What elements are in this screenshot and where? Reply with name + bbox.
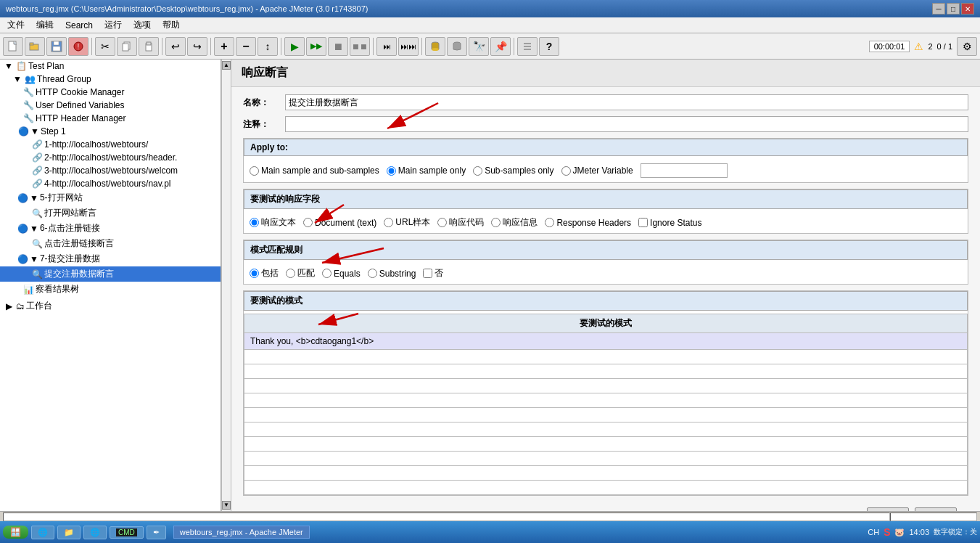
redo-btn[interactable]: ↪ xyxy=(187,37,207,56)
cut-btn[interactable]: ✂ xyxy=(95,37,115,56)
tree-group5[interactable]: 🔵 ▼ 5-打开网站 xyxy=(0,190,221,205)
tree-header-manager[interactable]: 🔧 HTTP Header Manager xyxy=(0,112,221,125)
shuriken-btn[interactable]: ! xyxy=(68,37,88,56)
tree-request1[interactable]: 🔗 1-http://localhost/webtours/ xyxy=(0,138,221,151)
settings-btn[interactable]: ⚙ xyxy=(957,37,977,56)
response-options: 响应文本 Document (text) URL样本 xyxy=(244,212,968,233)
empty-row4 xyxy=(244,393,968,408)
apply-jmeter-var[interactable]: JMeter Variable xyxy=(561,166,633,176)
taskbar-cmd[interactable]: CMD xyxy=(110,526,144,539)
close-btn[interactable]: ✕ xyxy=(961,3,974,15)
resp-url[interactable]: URL样本 xyxy=(384,216,430,229)
table-row[interactable]: Thank you, <b>cdtaogang1</b> xyxy=(244,333,968,350)
add-btn[interactable]: + xyxy=(214,37,234,56)
resp-code[interactable]: 响应代码 xyxy=(437,216,484,229)
delete-button[interactable]: 删除 xyxy=(915,507,957,511)
stop-btn[interactable]: ⏹ xyxy=(328,37,348,56)
pin-btn[interactable]: 📌 xyxy=(490,37,511,56)
svg-point-13 xyxy=(432,48,439,51)
apply-sub-only[interactable]: Sub-samples only xyxy=(473,166,553,176)
menu-run[interactable]: 运行 xyxy=(100,17,126,33)
menu-file[interactable]: 文件 xyxy=(3,17,29,33)
response-field-header: 要测试的响应字段 xyxy=(244,189,968,209)
sidebar-scrollbar[interactable]: ▲ ▼ xyxy=(221,60,231,511)
tree-user-vars[interactable]: 🔧 User Defined Variables xyxy=(0,99,221,112)
start-button[interactable]: 🪟 xyxy=(3,526,28,539)
paste-btn[interactable] xyxy=(139,37,159,56)
results-label: 察看结果树 xyxy=(36,283,79,295)
menu-edit[interactable]: 编辑 xyxy=(32,17,58,33)
db-btn[interactable] xyxy=(425,37,445,56)
undo-btn[interactable]: ↩ xyxy=(165,37,186,56)
copy-btn[interactable] xyxy=(117,37,137,56)
help-btn[interactable]: ? xyxy=(539,37,559,56)
test-plan-icon: ▼ xyxy=(3,61,15,71)
binoculars-btn[interactable]: 🔭 xyxy=(469,37,489,56)
minimize-btn[interactable]: ─ xyxy=(932,3,945,15)
remove-btn[interactable]: − xyxy=(236,37,256,56)
tree-request2[interactable]: 🔗 2-http://localhost/webtours/header. xyxy=(0,151,221,164)
empty-row3 xyxy=(244,379,968,393)
run-btn[interactable]: ▶ xyxy=(284,37,305,56)
apply-main-sub[interactable]: Main sample and sub-samples xyxy=(250,166,379,176)
pattern-substring[interactable]: Substring xyxy=(368,269,416,279)
tree-cookie-manager[interactable]: 🔧 HTTP Cookie Manager xyxy=(0,86,221,99)
resp-info[interactable]: 响应信息 xyxy=(491,216,538,229)
tree-group7[interactable]: 🔵 ▼ 7-提交注册数据 xyxy=(0,251,221,266)
menu-options[interactable]: 选项 xyxy=(129,17,155,33)
tree-thread-group[interactable]: ▼ 👥 Thread Group xyxy=(0,73,221,86)
empty-row6 xyxy=(244,422,968,437)
toolbar-right: 00:00:01 ⚠ 2 0 / 1 ⚙ xyxy=(869,37,977,56)
results-icon: 📊 xyxy=(23,285,34,295)
list-btn[interactable] xyxy=(517,37,538,56)
name-input[interactable] xyxy=(285,94,968,110)
tree-assert7-selected[interactable]: 🔍 提交注册数据断言 xyxy=(0,266,221,282)
tree-request3[interactable]: 🔗 3-http://localhost/webtours/welcom xyxy=(0,164,221,177)
pattern-negate[interactable]: 否 xyxy=(423,267,443,279)
add-button[interactable]: 添加 xyxy=(867,507,909,511)
pattern-contains[interactable]: 包括 xyxy=(250,267,279,279)
resp-doc[interactable]: Document (text) xyxy=(303,218,376,228)
resp-headers[interactable]: Response Headers xyxy=(545,218,631,228)
menu-help[interactable]: 帮助 xyxy=(158,17,184,33)
apply-main-only[interactable]: Main sample only xyxy=(387,166,466,176)
save-btn[interactable] xyxy=(46,37,67,56)
tree-request4[interactable]: 🔗 4-http://localhost/webtours/nav.pl xyxy=(0,177,221,190)
stop-all-btn[interactable]: ⏹⏹ xyxy=(350,37,370,56)
menu-search[interactable]: Search xyxy=(61,19,97,32)
taskbar-ie[interactable]: 🌐 xyxy=(31,526,54,539)
new-btn[interactable] xyxy=(3,37,23,56)
tree-results[interactable]: 📊 察看结果树 xyxy=(0,282,221,297)
comment-input[interactable] xyxy=(285,116,968,132)
tree-group6[interactable]: 🔵 ▼ 6-点击注册链接 xyxy=(0,221,221,236)
resp-text[interactable]: 响应文本 xyxy=(250,216,296,229)
req1-icon: 🔗 xyxy=(32,139,43,150)
tree-assert5[interactable]: 🔍 打开网站断言 xyxy=(0,205,221,221)
db2-btn[interactable] xyxy=(447,37,467,56)
pattern-match[interactable]: 匹配 xyxy=(286,267,315,279)
panel-title: 响应断言 xyxy=(231,60,980,87)
resp-ignore[interactable]: Ignore Status xyxy=(638,218,701,228)
taskbar-explorer[interactable]: 📁 xyxy=(57,526,81,539)
assert5-icon: 🔍 xyxy=(32,208,43,219)
tree-test-plan[interactable]: ▼ 📋 Test Plan xyxy=(0,60,221,73)
move-btn[interactable]: ↕ xyxy=(258,37,278,56)
taskbar-chrome[interactable]: 🌐 xyxy=(83,526,107,539)
maximize-btn[interactable]: □ xyxy=(947,3,960,15)
header-manager-label: HTTP Header Manager xyxy=(36,113,126,123)
tree-assert6[interactable]: 🔍 点击注册链接断言 xyxy=(0,236,221,251)
svg-rect-11 xyxy=(147,42,151,45)
taskbar-jmeter[interactable]: webtours_reg.jmx - Apache JMeter xyxy=(173,526,310,539)
open-btn[interactable] xyxy=(25,37,45,56)
pattern-equals[interactable]: Equals xyxy=(322,269,361,279)
apply-to-header: Apply to: xyxy=(244,139,968,156)
tree-step1[interactable]: 🔵 ▼ Step 1 xyxy=(0,125,221,138)
test-pattern-section: 要测试的模式 要测试的模式 Thank you, <b>cdtaogang1</… xyxy=(243,290,968,496)
jmeter-var-input[interactable] xyxy=(641,163,728,178)
remote-start-btn[interactable]: ⏭ xyxy=(376,37,397,56)
tree-workbench[interactable]: ▶ 🗂 工作台 xyxy=(0,298,221,314)
taskbar-pen[interactable]: ✒ xyxy=(147,526,166,539)
remote-start-all-btn[interactable]: ⏭⏭ xyxy=(398,37,419,56)
run-all-btn[interactable]: ▶▶ xyxy=(306,37,326,56)
pattern-rule-header: 模式匹配规则 xyxy=(244,240,968,260)
